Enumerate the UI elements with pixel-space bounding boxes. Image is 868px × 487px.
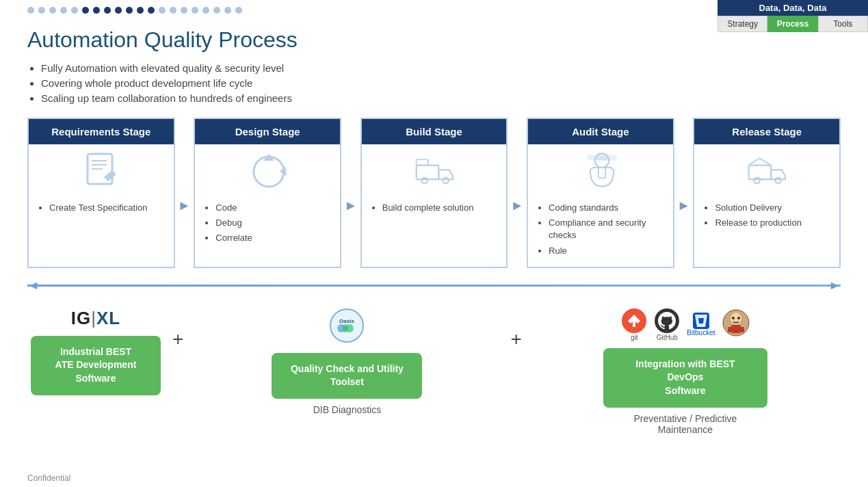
- stage-bullet: Compliance and security checks: [549, 217, 666, 241]
- oasis-icon-container: Oasis: [329, 308, 365, 346]
- stage-header: Audit Stage: [528, 119, 673, 144]
- dot: [235, 7, 242, 14]
- plus-separator-2: +: [503, 328, 530, 350]
- stage-design: Design Stage Code Debug Correlate: [194, 118, 341, 268]
- stage-bullet: Rule: [549, 245, 666, 257]
- stage-bullet: Create Test Specification: [49, 202, 148, 214]
- stage-header: Release Stage: [694, 119, 839, 144]
- github-container: GitHub: [654, 308, 680, 341]
- github-icon: [654, 308, 680, 334]
- dot: [224, 7, 231, 14]
- bitbucket-container: Bitbucket: [687, 313, 715, 337]
- svg-text:Oasis: Oasis: [340, 318, 355, 324]
- dot-active: [137, 7, 144, 14]
- jenkins-icon: [722, 309, 750, 337]
- dot-active: [82, 7, 89, 14]
- svg-rect-28: [731, 325, 741, 333]
- svg-point-9: [443, 178, 449, 184]
- dot-active: [93, 7, 100, 14]
- dot-active: [104, 7, 111, 14]
- svg-point-14: [754, 178, 761, 184]
- stage-bullets: Coding standards Compliance and security…: [538, 202, 666, 260]
- btn-devops[interactable]: Integration with BEST DevOpsSoftware: [603, 348, 767, 408]
- stage-bullets: Create Test Specification: [38, 202, 148, 217]
- stage-body: Coding standards Compliance and security…: [528, 144, 673, 267]
- dot: [71, 7, 78, 14]
- stage-bullets: Build complete solution: [371, 202, 474, 217]
- stage-bullet: Build complete solution: [382, 202, 474, 214]
- bitbucket-label: Bitbucket: [687, 329, 715, 337]
- stage-body: Code Debug Correlate: [195, 144, 340, 267]
- bullet-item: Covering whole product development life …: [41, 77, 841, 89]
- svg-rect-29: [728, 327, 732, 332]
- arrow-line: [27, 285, 841, 287]
- stage-build: Build Stage Build complete solution: [360, 118, 508, 268]
- main-content: Automation Quality Process Fully Automat…: [27, 27, 841, 480]
- svg-rect-12: [599, 168, 605, 178]
- dot: [38, 7, 45, 14]
- dot: [27, 7, 34, 14]
- stage-requirements: Requirements Stage Create Test Specifica…: [27, 118, 175, 268]
- svg-rect-13: [749, 166, 772, 180]
- arrow-right-2: ►: [341, 118, 360, 268]
- svg-point-15: [776, 178, 782, 184]
- stage-bullet: Code: [215, 202, 252, 214]
- nav-title: Data, Data, Data: [718, 0, 868, 16]
- delivery-icon: [704, 151, 832, 192]
- svg-rect-30: [740, 327, 744, 332]
- dib-label: DIB Diagnostics: [313, 404, 382, 415]
- stage-body: Create Test Specification: [29, 144, 174, 267]
- stage-bullets: Solution Delivery Release to production: [704, 202, 801, 232]
- bidirectional-arrow: [27, 275, 841, 297]
- bullet-list: Fully Automation with elevated quality &…: [27, 62, 841, 104]
- arrow-right-3: ►: [508, 118, 527, 268]
- bitbucket-icon: [693, 313, 709, 329]
- igxl-logo: IG|XL: [71, 308, 120, 329]
- dot: [60, 7, 67, 14]
- igxl-column: IG|XL Industrial BESTATE Development Sof…: [27, 308, 164, 395]
- svg-point-8: [421, 178, 428, 184]
- stage-audit: Audit Stage Coding standards Compliance …: [527, 118, 674, 268]
- progress-dots: [27, 7, 242, 14]
- arrow-right-1: ►: [175, 118, 194, 268]
- officer-icon: [538, 151, 666, 192]
- bullet-item: Fully Automation with elevated quality &…: [41, 62, 841, 74]
- plus-separator-1: +: [164, 328, 192, 350]
- stage-bullet: Debug: [215, 217, 252, 229]
- btn-quality-check[interactable]: Quality Check and Utility Toolset: [272, 353, 422, 399]
- dot: [213, 7, 220, 14]
- dot: [159, 7, 166, 14]
- dot-active: [126, 7, 133, 14]
- devops-icons: git GitHub Bitbuc: [621, 308, 749, 341]
- stage-body: Build complete solution: [362, 144, 507, 267]
- devops-column: git GitHub Bitbuc: [530, 308, 841, 435]
- dot-active: [115, 7, 122, 14]
- stage-bullet: Correlate: [215, 232, 252, 244]
- svg-point-26: [732, 317, 735, 319]
- svg-point-27: [737, 317, 740, 319]
- truck-icon: [371, 151, 500, 192]
- confidential-label: Confidential: [27, 473, 70, 483]
- stage-bullet: Coding standards: [549, 202, 666, 214]
- svg-rect-7: [416, 159, 428, 166]
- git-label: git: [631, 334, 638, 341]
- stage-header: Requirements Stage: [29, 119, 174, 144]
- btn-industrial-best[interactable]: Industrial BESTATE Development Software: [31, 336, 161, 395]
- git-icon: [621, 308, 647, 334]
- arrow-right-4: ►: [674, 118, 694, 268]
- github-label: GitHub: [657, 334, 678, 341]
- stages-row: Requirements Stage Create Test Specifica…: [27, 118, 841, 268]
- stage-release: Release Stage Solution Delivery Release …: [693, 118, 841, 268]
- page-title: Automation Quality Process: [27, 27, 841, 53]
- git-container: git: [621, 308, 647, 341]
- dot: [202, 7, 209, 14]
- svg-rect-11: [587, 155, 618, 161]
- oasis-icon: Oasis: [329, 308, 365, 343]
- stage-bullet: Release to production: [715, 217, 801, 229]
- dot: [170, 7, 176, 14]
- svg-point-20: [343, 324, 348, 332]
- maintenance-label: Preventative / PredictiveMaintenance: [633, 413, 737, 435]
- bottom-section: IG|XL Industrial BESTATE Development Sof…: [27, 308, 841, 435]
- stage-header: Design Stage: [195, 119, 340, 144]
- stage-header: Build Stage: [362, 119, 507, 144]
